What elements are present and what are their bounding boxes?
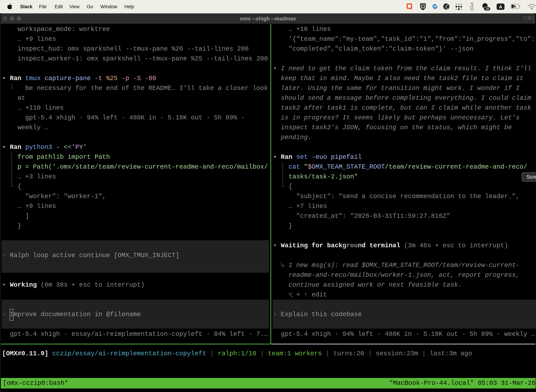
svg-text:..61: ..61 [485, 7, 489, 10]
svg-text:1: 1 [532, 15, 534, 20]
svg-text:A: A [499, 4, 502, 9]
